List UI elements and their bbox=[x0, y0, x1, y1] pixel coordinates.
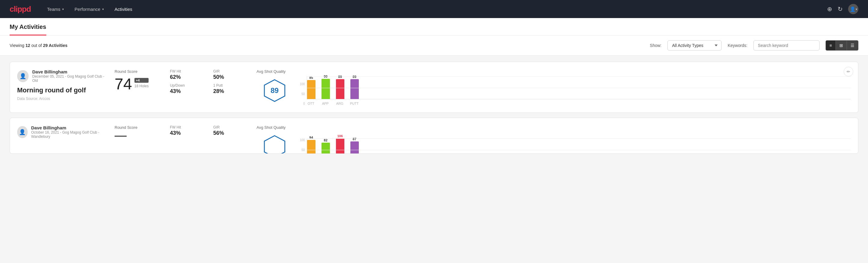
y-axis-labels: 100 50 0 bbox=[300, 83, 305, 105]
nav-links: Teams ▾ Performance ▾ Activities bbox=[43, 4, 827, 14]
app-bar-visual bbox=[321, 79, 330, 99]
bar-chart-section-2: 100 50 0 94 bbox=[300, 125, 851, 154]
score-display: 74 +4 18 Holes bbox=[115, 76, 163, 92]
fw-hit-value-2: 43% bbox=[170, 130, 206, 136]
activity-card-2: 👤 Dave Billingham October 16, 2021 - Gog… bbox=[10, 118, 858, 154]
putt-value-2: 87 bbox=[353, 137, 356, 141]
putt-value: 89 bbox=[353, 75, 356, 79]
putt-label: PUTT bbox=[350, 102, 359, 105]
nav-teams[interactable]: Teams ▾ bbox=[43, 4, 68, 14]
hexagon-container-2 bbox=[256, 135, 292, 154]
data-source: Data Source: Arccos bbox=[17, 96, 107, 101]
arg-bar: 89 bbox=[336, 75, 344, 99]
refresh-icon[interactable]: ↻ bbox=[838, 5, 843, 12]
user-name-2: Dave Billingham bbox=[31, 125, 107, 130]
avg-shot-quality-label: Avg Shot Quality bbox=[256, 69, 292, 74]
user-info: 👤 Dave Billingham December 05, 2021 - Go… bbox=[17, 69, 107, 83]
show-label: Show: bbox=[650, 43, 662, 48]
card-stats: FW Hit 62% Up/Down 43% bbox=[170, 69, 206, 97]
logo: clippd bbox=[10, 4, 31, 14]
putt-bar-visual-2 bbox=[350, 141, 359, 154]
edit-button[interactable]: ✏ bbox=[844, 67, 853, 77]
add-icon[interactable]: ⊕ bbox=[827, 5, 832, 12]
ott-bar-visual bbox=[307, 80, 315, 99]
arg-value: 89 bbox=[338, 75, 342, 79]
score-diff-badge: +4 bbox=[134, 78, 149, 83]
user-date-2: October 16, 2021 - Gog Magog Golf Club -… bbox=[31, 130, 107, 139]
app-bar: 90 bbox=[321, 75, 330, 99]
app-value-2: 82 bbox=[324, 139, 328, 142]
hexagon: 89 bbox=[262, 79, 287, 103]
teams-chevron-icon: ▾ bbox=[62, 7, 64, 11]
fw-hit-stat-2: FW Hit 43% bbox=[170, 125, 206, 136]
card-stats-2: GIR 50% 1 Putt 28% bbox=[213, 69, 249, 97]
hexagon-svg-2 bbox=[262, 135, 287, 154]
page-title: My Activities bbox=[10, 18, 46, 35]
performance-chevron-icon: ▾ bbox=[102, 7, 104, 11]
viewing-text: Viewing 12 out of 29 Activities bbox=[10, 43, 644, 48]
app-bar-visual-2 bbox=[321, 143, 330, 154]
activity-card: ✏ 👤 Dave Billingham December 05, 2021 - … bbox=[10, 62, 858, 113]
score-holes: 18 Holes bbox=[134, 84, 149, 88]
list-compact-view-button[interactable]: ≡ bbox=[826, 40, 836, 50]
ott-bar: 85 bbox=[307, 76, 315, 99]
view-buttons: ≡ ⊞ ☰ bbox=[826, 40, 858, 51]
score-number: 74 bbox=[115, 76, 132, 92]
gir-value-2: 56% bbox=[213, 130, 249, 136]
user-info-2: 👤 Dave Billingham October 16, 2021 - Gog… bbox=[17, 125, 107, 139]
y-axis-labels-2: 100 50 0 bbox=[300, 139, 305, 154]
card-stats-3: FW Hit 43% bbox=[170, 125, 206, 139]
nav-performance[interactable]: Performance ▾ bbox=[70, 4, 108, 14]
updown-label: Up/Down bbox=[170, 83, 206, 88]
activity-type-select[interactable]: All Activity Types bbox=[668, 40, 721, 51]
gir-label: GIR bbox=[213, 69, 249, 74]
nav-activities[interactable]: Activities bbox=[111, 4, 136, 14]
arg-bar-visual-2 bbox=[336, 139, 344, 154]
avg-shot-quality-section-2: Avg Shot Quality bbox=[256, 125, 292, 154]
avatar-2: 👤 bbox=[17, 126, 28, 138]
round-score-section-2: Round Score bbox=[115, 125, 163, 137]
avg-shot-quality-label-2: Avg Shot Quality bbox=[256, 125, 292, 130]
x-axis-labels: OTT APP ARG PUTT bbox=[307, 99, 851, 105]
navbar-right: ⊕ ↻ 👤 ▾ bbox=[827, 4, 858, 14]
ott-value-2: 94 bbox=[309, 136, 313, 139]
main-content: ✏ 👤 Dave Billingham December 05, 2021 - … bbox=[0, 56, 868, 165]
page-header: My Activities bbox=[0, 18, 868, 35]
avg-shot-quality-section: Avg Shot Quality 89 bbox=[256, 69, 292, 105]
card-stats-4: GIR 56% bbox=[213, 125, 249, 139]
arg-label: ARG bbox=[336, 102, 344, 105]
score-badge-area: +4 18 Holes bbox=[134, 76, 149, 88]
hexagon-value: 89 bbox=[271, 86, 279, 95]
user-avatar-menu[interactable]: 👤 ▾ bbox=[848, 4, 858, 14]
gir-label-2: GIR bbox=[213, 125, 249, 129]
card-left: 👤 Dave Billingham December 05, 2021 - Go… bbox=[17, 69, 107, 101]
one-putt-stat: 1 Putt 28% bbox=[213, 83, 249, 94]
bars-container: 85 90 89 bbox=[307, 77, 851, 99]
activity-title: Morning round of golf bbox=[17, 86, 107, 94]
putt-bar: 89 bbox=[350, 75, 359, 99]
keywords-label: Keywords: bbox=[727, 43, 747, 48]
updown-stat: Up/Down 43% bbox=[170, 83, 206, 94]
card-left-2: 👤 Dave Billingham October 16, 2021 - Gog… bbox=[17, 125, 107, 142]
gir-stat-2: GIR 56% bbox=[213, 125, 249, 136]
score-placeholder bbox=[115, 136, 127, 137]
grid-view-button[interactable]: ⊞ bbox=[836, 40, 847, 50]
avatar-chevron-icon: ▾ bbox=[856, 7, 857, 11]
svg-marker-1 bbox=[265, 136, 285, 154]
list-detail-view-button[interactable]: ☰ bbox=[847, 40, 858, 50]
arg-bar-visual bbox=[336, 79, 344, 99]
avatar-icon: 👤 bbox=[850, 6, 856, 12]
search-input[interactable] bbox=[753, 40, 819, 51]
navbar: clippd Teams ▾ Performance ▾ Activities … bbox=[0, 0, 868, 18]
arg-bar-2: 106 bbox=[336, 134, 344, 154]
ott-bar-visual-2 bbox=[307, 140, 315, 154]
fw-hit-label-2: FW Hit bbox=[170, 125, 206, 129]
updown-value: 43% bbox=[170, 88, 206, 94]
app-label: APP bbox=[321, 102, 330, 105]
one-putt-label: 1 Putt bbox=[213, 83, 249, 88]
gir-stat: GIR 50% bbox=[213, 69, 249, 80]
hexagon-container: 89 bbox=[256, 79, 292, 103]
avatar: 👤 bbox=[17, 70, 29, 82]
filter-bar: Viewing 12 out of 29 Activities Show: Al… bbox=[0, 35, 868, 56]
one-putt-value: 28% bbox=[213, 88, 249, 94]
